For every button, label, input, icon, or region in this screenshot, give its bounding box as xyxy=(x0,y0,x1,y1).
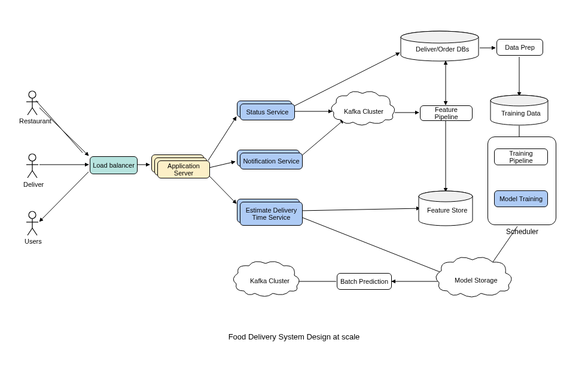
estimate-service: Estimate Delivery Time Service xyxy=(240,202,303,226)
svg-line-16 xyxy=(36,101,83,153)
svg-line-31 xyxy=(300,120,344,157)
actor-users-label: Users xyxy=(25,238,42,245)
data-prep-label: Data Prep xyxy=(505,44,535,51)
svg-point-38 xyxy=(401,31,479,43)
svg-point-41 xyxy=(490,95,548,106)
svg-line-24 xyxy=(293,53,400,107)
feature-store-label: Feature Store xyxy=(427,207,467,214)
svg-line-13 xyxy=(28,228,32,235)
data-prep: Data Prep xyxy=(496,39,543,56)
svg-line-20 xyxy=(208,117,236,160)
feature-pipeline-label: Feature Pipeline xyxy=(423,106,470,120)
model-training: Model Training xyxy=(494,190,548,207)
app-server: Application Server xyxy=(157,160,210,178)
model-training-label: Model Training xyxy=(499,195,543,202)
scheduler-label: Scheduler xyxy=(506,228,538,236)
estimate-service-label: Estimate Delivery Time Service xyxy=(246,207,297,221)
actor-deliver-label: Deliver xyxy=(23,181,44,188)
svg-line-33 xyxy=(300,208,420,211)
svg-point-0 xyxy=(29,91,36,98)
svg-point-10 xyxy=(29,211,36,219)
svg-point-39 xyxy=(401,31,479,43)
notification-service-label: Notification Service xyxy=(243,157,299,165)
deliver-order-dbs-label: Deliver/Order DBs xyxy=(416,46,469,53)
svg-line-9 xyxy=(32,171,37,178)
svg-line-8 xyxy=(28,171,32,178)
training-data-label: Training Data xyxy=(501,110,541,117)
batch-prediction: Batch Prediction xyxy=(337,273,392,290)
svg-line-15 xyxy=(39,108,89,156)
batch-prediction-label: Batch Prediction xyxy=(340,278,388,285)
svg-point-42 xyxy=(419,191,473,202)
training-pipeline: Training Pipeline xyxy=(494,148,548,165)
svg-line-3 xyxy=(28,108,32,115)
feature-pipeline: Feature Pipeline xyxy=(420,105,473,121)
kafka-cluster-1-label: Kafka Cluster xyxy=(344,108,383,115)
svg-line-21 xyxy=(209,162,235,168)
svg-line-4 xyxy=(32,108,37,115)
app-server-label: Application Server xyxy=(160,162,207,177)
svg-line-18 xyxy=(39,172,89,222)
diagram-title: Food Delivery System Design at scale xyxy=(0,332,588,341)
diagram-canvas: Restaurant Deliver Users Load balancer A… xyxy=(0,0,588,370)
kafka-cluster-2-label: Kafka Cluster xyxy=(250,277,290,284)
actor-restaurant-label: Restaurant xyxy=(19,117,51,125)
status-service: Status Service xyxy=(240,104,295,120)
load-balancer: Load balancer xyxy=(90,156,138,174)
svg-point-43 xyxy=(419,191,473,202)
svg-line-14 xyxy=(32,228,37,235)
svg-point-5 xyxy=(29,154,36,161)
training-pipeline-label: Training Pipeline xyxy=(497,150,545,164)
svg-point-40 xyxy=(490,95,548,106)
model-storage-label: Model Storage xyxy=(455,277,498,284)
notification-service: Notification Service xyxy=(240,153,303,169)
load-balancer-label: Load balancer xyxy=(93,162,135,169)
svg-line-34 xyxy=(300,217,449,275)
status-service-label: Status Service xyxy=(246,108,289,116)
svg-line-22 xyxy=(208,175,236,204)
